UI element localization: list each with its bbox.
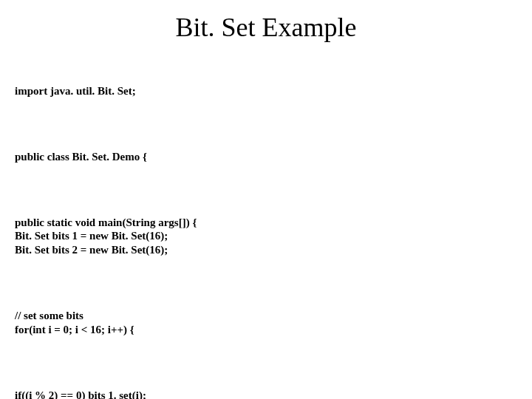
code-block: import java. util. Bit. Set; public clas… <box>15 56 517 399</box>
code-group: public static void main(String args[]) {… <box>15 216 517 257</box>
code-line: // set some bits <box>15 310 83 321</box>
page-title: Bit. Set Example <box>15 12 517 43</box>
code-line: import java. util. Bit. Set; <box>15 84 517 98</box>
code-line: public class Bit. Set. Demo { <box>15 150 517 164</box>
code-group: // set some bits for(int i = 0; i < 16; … <box>15 309 517 337</box>
slide: Bit. Set Example import java. util. Bit.… <box>0 0 532 399</box>
code-line: public static void main(String args[]) { <box>15 216 197 228</box>
code-line: Bit. Set bits 1 = new Bit. Set(16); <box>15 230 168 242</box>
code-line: Bit. Set bits 2 = new Bit. Set(16); <box>15 244 168 256</box>
code-line: if((i % 2) == 0) bits 1. set(i); <box>15 389 146 399</box>
code-line: for(int i = 0; i < 16; i++) { <box>15 324 134 335</box>
code-group: if((i % 2) == 0) bits 1. set(i); if((i %… <box>15 389 517 399</box>
